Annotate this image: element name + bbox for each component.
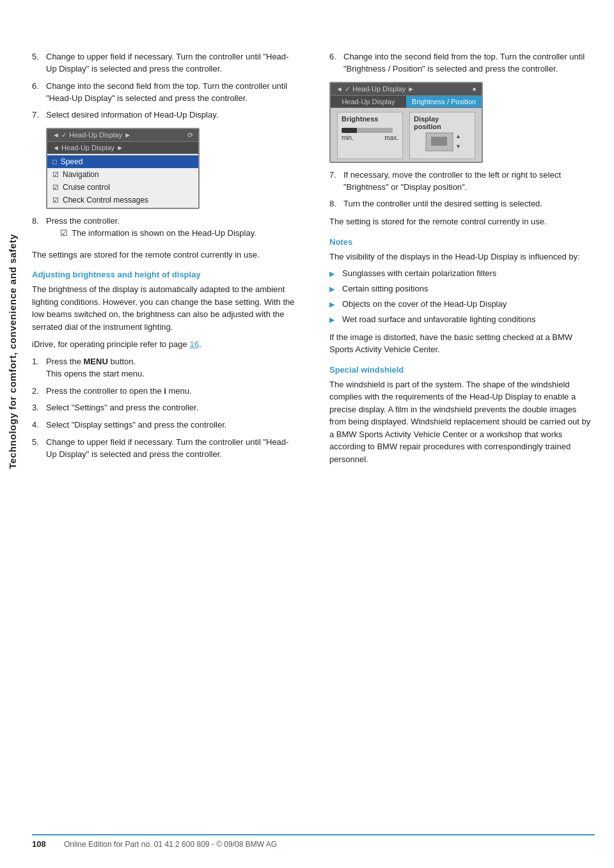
hud-item-speed: □ Speed	[47, 155, 198, 168]
hud-top-bar-icon: ⟳	[187, 131, 193, 139]
step-text: Select desired information of Head-Up Di…	[46, 109, 218, 121]
cell-label-brightness: Brightness	[342, 115, 398, 123]
hud-right-topbar-icon: ●	[472, 85, 476, 93]
bullet-icon: ▶	[329, 269, 340, 279]
page-link[interactable]: 16	[189, 339, 198, 349]
hud-item-label-check-control: Check Control messages	[63, 196, 148, 205]
hud-nav-bar-text: ◄ Head-Up Display ►	[52, 144, 123, 151]
notes-item-sunglasses: ▶ Sunglasses with certain polarization f…	[329, 268, 595, 280]
hud-top-bar-text: ◄ ✓ Head-Up Display ►	[52, 131, 131, 139]
bullet-icon: ▶	[329, 284, 340, 295]
main-content: 5. Change to upper field if necessary. T…	[32, 51, 595, 470]
step-6-top: 6. Change into the second field from the…	[32, 81, 297, 105]
step-number: 2.	[32, 385, 46, 398]
hud-cell-display-position: Displayposition ▲ ▼	[409, 112, 475, 159]
step-text: Press the MENU button.This opens the sta…	[46, 356, 145, 380]
step-text: If necessary, move the controller to the…	[343, 169, 595, 194]
svg-text:▼: ▼	[455, 143, 460, 150]
two-column-layout: 5. Change to upper field if necessary. T…	[32, 51, 595, 470]
right-column: 6. Change into the second field from the…	[323, 51, 595, 470]
slider-label-max: max.	[384, 134, 398, 141]
notes-heading: Notes	[329, 237, 595, 247]
step-text: Select "Settings" and press the controll…	[46, 402, 198, 414]
substep-text: The information is shown on the Head-Up …	[72, 228, 256, 240]
hud-item-label-cruise: Cruise control	[63, 183, 110, 192]
footer-copyright-text: Online Edition for Part no. 01 41 2 600 …	[64, 840, 277, 849]
step-text: Select "Display settings" and press the …	[46, 419, 226, 431]
step-8-substep: ☑ The information is shown on the Head-U…	[60, 228, 256, 240]
left-column: 5. Change to upper field if necessary. T…	[32, 51, 304, 470]
hud-tab-row: Head-Up Display Brightness / Position	[331, 96, 482, 108]
hud-cell-brightness: Brightness min. max.	[337, 112, 403, 159]
step-text: Change into the second field from the to…	[46, 81, 297, 105]
brightness-body: The brightness of the display is automat…	[32, 283, 297, 333]
step-number: 5.	[32, 437, 46, 461]
slider-label-min: min.	[342, 134, 354, 141]
hud-item-cruise: ☑ Cruise control	[47, 181, 198, 194]
special-windshield-text: The windshield is part of the system. Th…	[329, 378, 595, 466]
svg-text:▲: ▲	[455, 133, 460, 139]
step-number: 7.	[32, 109, 46, 121]
step-7-top: 7. Select desired information of Head-Up…	[32, 109, 297, 121]
hud-tab-head-up: Head-Up Display	[331, 96, 406, 107]
step-7-right: 7. If necessary, move the controller to …	[329, 169, 595, 194]
svg-rect-1	[431, 137, 447, 146]
step-1-bottom: 1. Press the MENU button.This opens the …	[32, 356, 297, 380]
note-stored-right: The setting is stored for the remote con…	[329, 215, 595, 228]
step-number: 6.	[32, 81, 46, 105]
bullet-icon: ▶	[329, 315, 340, 325]
distorted-note: If the image is distorted, have the basi…	[329, 331, 595, 356]
notes-item-text: Certain sitting positions	[342, 283, 428, 295]
step-4-bottom: 4. Select "Display settings" and press t…	[32, 419, 297, 431]
note-after-step8: The settings are stored for the remote c…	[32, 249, 297, 261]
step-number: 7.	[329, 169, 343, 194]
special-windshield-heading: Special windshield	[329, 365, 595, 375]
notes-item-text: Objects on the cover of the Head-Up Disp…	[342, 298, 507, 311]
idrive-reference: iDrive, for operating principle refer to…	[32, 338, 297, 351]
step-8-right: 8. Turn the controller until the desired…	[329, 198, 595, 210]
hud-item-icon-speed: □	[52, 158, 57, 166]
hud-ui-mockup-left: ◄ ✓ Head-Up Display ► ⟳ ◄ Head-Up Displa…	[46, 128, 200, 209]
hud-items-list: □ Speed ☑ Navigation ☑ Cruise control	[47, 154, 198, 208]
hud-item-icon-navigation: ☑	[52, 171, 59, 179]
step-5-top: 5. Change to upper field if necessary. T…	[32, 51, 297, 75]
hud-item-label-speed: Speed	[61, 157, 83, 166]
sidebar-text-content: Technology for comfort, convenience and …	[7, 234, 18, 469]
step-8-left: 8. Press the controller. ☑ The informati…	[32, 215, 297, 244]
brightness-slider	[342, 128, 393, 133]
step-text: Press the controller.	[46, 216, 120, 226]
hud-item-label-navigation: Navigation	[63, 170, 99, 179]
slider-labels: min. max.	[342, 134, 398, 141]
step-number: 4.	[32, 419, 46, 431]
hud-item-icon-check-control: ☑	[52, 196, 59, 205]
hud-tab-brightness-pos: Brightness / Position	[406, 96, 482, 107]
hud-nav-bar: ◄ Head-Up Display ►	[47, 142, 198, 154]
notes-item-text: Sunglasses with certain polarization fil…	[342, 268, 496, 280]
notes-item-wet: ▶ Wet road surface and unfavorable light…	[329, 314, 595, 326]
step-number: 5.	[32, 51, 46, 75]
hud-right-topbar: ◄ ✓ Head-Up Display ► ●	[331, 83, 482, 96]
section-heading-brightness: Adjusting brightness and height of displ…	[32, 270, 297, 279]
notes-intro: The visibility of the displays in the He…	[329, 251, 595, 263]
hud-item-navigation: ☑ Navigation	[47, 168, 198, 181]
step-2-bottom: 2. Press the controller to open the i me…	[32, 385, 297, 398]
footer-page-number: 108	[32, 839, 58, 849]
bullet-icon: ▶	[329, 300, 340, 310]
hud-right-body: Brightness min. max. Displayposition	[331, 108, 482, 162]
hud-right-topbar-text: ◄ ✓ Head-Up Display ►	[336, 85, 414, 93]
step-text: Change to upper field if necessary. Turn…	[46, 437, 297, 461]
step-number: 8.	[32, 215, 46, 244]
notes-list: ▶ Sunglasses with certain polarization f…	[329, 268, 595, 325]
hud-item-icon-cruise: ☑	[52, 183, 59, 192]
step-number: 8.	[329, 198, 343, 210]
notes-item-sitting: ▶ Certain sitting positions	[329, 283, 595, 295]
hud-top-bar: ◄ ✓ Head-Up Display ► ⟳	[47, 129, 198, 142]
step-number: 6.	[329, 51, 343, 75]
hud-ui-mockup-right: ◄ ✓ Head-Up Display ► ● Head-Up Display …	[329, 82, 483, 163]
notes-item-objects: ▶ Objects on the cover of the Head-Up Di…	[329, 298, 595, 311]
display-position-graphic: ▲ ▼	[425, 132, 460, 156]
step-text: Turn the controller until the desired se…	[343, 198, 542, 210]
step-text: Press the controller to open the i menu.	[46, 385, 192, 398]
step-text: Change to upper field if necessary. Turn…	[46, 51, 297, 75]
cell-label-display-position: Displayposition	[414, 115, 471, 130]
